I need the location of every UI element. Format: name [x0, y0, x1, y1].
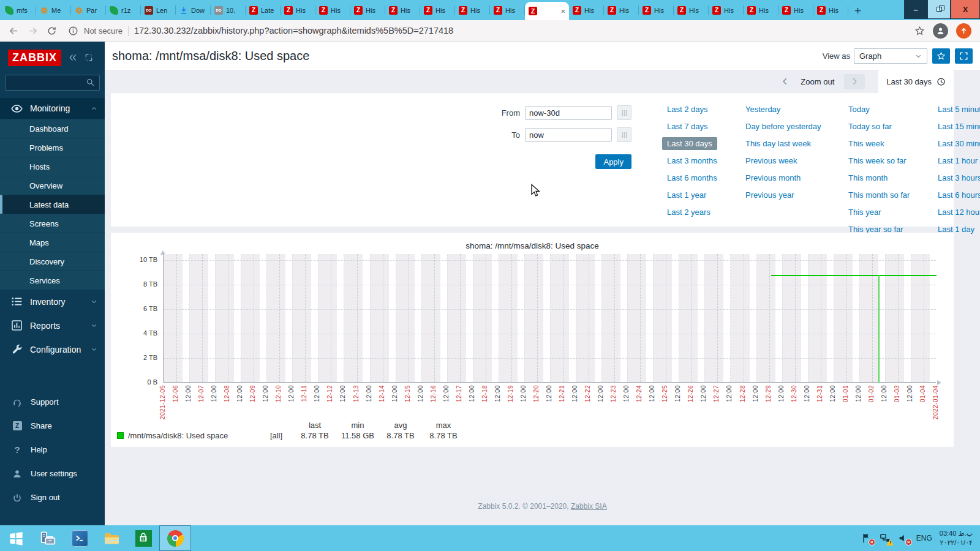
quick-range-last-12-hours[interactable]: Last 12 hours — [938, 208, 980, 217]
browser-tab[interactable]: ZHis — [744, 0, 778, 20]
taskbar-powershell-icon[interactable] — [64, 525, 96, 551]
window-restore-button[interactable] — [927, 0, 951, 19]
browser-tab[interactable]: ZHis — [350, 0, 385, 20]
time-back-icon[interactable] — [781, 77, 790, 86]
sidebar-section-inventory[interactable]: Inventory — [0, 290, 105, 313]
sidebar-item-help[interactable]: ?Help — [0, 438, 105, 462]
quick-range-this-day-last-week[interactable]: This day last week — [745, 139, 811, 148]
quick-range-last-7-days[interactable]: Last 7 days — [667, 122, 708, 131]
browser-tab[interactable]: ZHis — [709, 0, 744, 20]
browser-tab[interactable]: ZLate — [246, 0, 281, 20]
quick-range-this-week-so-far[interactable]: This week so far — [848, 156, 907, 165]
quick-range-last-6-months[interactable]: Last 6 months — [667, 173, 717, 182]
view-as-select[interactable]: Graph — [854, 48, 927, 64]
browser-tab[interactable]: r1z — [106, 0, 141, 20]
quick-range-last-5-minutes[interactable]: Last 5 minutes — [938, 105, 980, 114]
sidebar-item-maps[interactable]: Maps — [0, 233, 105, 252]
quick-range-yesterday[interactable]: Yesterday — [745, 105, 780, 114]
quick-range-today-so-far[interactable]: Today so far — [848, 122, 892, 131]
zoom-out-button[interactable]: Zoom out — [801, 77, 834, 86]
window-close-button[interactable]: X — [951, 0, 980, 19]
volume-muted-icon[interactable]: × — [898, 533, 909, 544]
sidebar-item-sign-out[interactable]: Sign out — [0, 485, 105, 509]
sidebar-item-overview[interactable]: Overview — [0, 176, 105, 195]
sidebar-item-latest-data[interactable]: Latest data — [0, 195, 105, 214]
browser-tab[interactable]: ZHis — [315, 0, 350, 20]
kiosk-mode-button[interactable] — [955, 48, 973, 64]
sidebar-item-dashboard[interactable]: Dashboard — [0, 119, 105, 138]
tab-close-icon[interactable]: × — [559, 7, 565, 16]
browser-tab[interactable]: Dow — [176, 0, 211, 20]
quick-range-last-1-year[interactable]: Last 1 year — [667, 190, 706, 200]
quick-range-last-6-hours[interactable]: Last 6 hours — [938, 190, 980, 200]
quick-range-previous-year[interactable]: Previous year — [745, 190, 794, 200]
quick-range-today[interactable]: Today — [848, 105, 870, 114]
time-forward-icon[interactable] — [844, 74, 865, 89]
language-indicator[interactable]: ENG — [916, 534, 932, 542]
back-button[interactable] — [9, 26, 19, 36]
browser-tab[interactable]: ZHis — [813, 0, 848, 20]
sidebar-item-share[interactable]: ZShare — [0, 414, 105, 438]
taskbar-file-explorer-icon[interactable] — [96, 525, 127, 551]
quick-range-previous-month[interactable]: Previous month — [745, 173, 801, 182]
browser-tab[interactable]: ZHis — [281, 0, 315, 20]
search-icon[interactable] — [86, 78, 95, 89]
sidebar-item-user-settings[interactable]: User settings — [0, 462, 105, 485]
sidebar-section-monitoring[interactable]: Monitoring — [0, 98, 105, 119]
quick-range-this-week[interactable]: This week — [848, 139, 884, 148]
forward-button[interactable] — [28, 26, 38, 36]
browser-tab[interactable]: ZHis — [455, 0, 490, 20]
browser-tab[interactable]: mfs — [1, 0, 36, 20]
zabbix-logo[interactable]: ZABBIX — [8, 50, 61, 66]
browser-tab[interactable]: ZHis — [639, 0, 674, 20]
bookmark-star-icon[interactable] — [914, 26, 925, 36]
quick-range-previous-week[interactable]: Previous week — [745, 156, 797, 165]
url-box[interactable]: Not secure 172.30.30.232/zabbix/history.… — [66, 26, 906, 36]
sidebar-section-configuration[interactable]: Configuration — [0, 337, 105, 361]
browser-tab[interactable]: ZHis — [490, 0, 525, 20]
browser-tab[interactable]: ZHis — [569, 0, 604, 20]
quick-range-last-30-days[interactable]: Last 30 days — [662, 137, 717, 150]
quick-range-day-before-yesterday[interactable]: Day before yesterday — [745, 122, 821, 131]
action-center-icon[interactable]: × — [861, 533, 872, 544]
quick-range-this-month-so-far[interactable]: This month so far — [848, 190, 910, 200]
browser-tab[interactable]: ZHis — [385, 0, 420, 20]
collapse-sidebar-icon[interactable] — [69, 53, 77, 62]
info-icon[interactable] — [68, 26, 78, 36]
quick-range-last-3-hours[interactable]: Last 3 hours — [938, 173, 980, 182]
network-warning-icon[interactable]: ! — [880, 533, 891, 544]
quick-range-this-year[interactable]: This year — [848, 208, 881, 217]
quick-range-last-15-minutes[interactable]: Last 15 minutes — [938, 122, 980, 131]
to-calendar-button[interactable] — [617, 127, 631, 142]
browser-update-icon[interactable] — [956, 23, 971, 39]
zabbix-sia-link[interactable]: Zabbix SIA — [571, 502, 607, 511]
taskbar-chrome-icon[interactable] — [159, 525, 191, 551]
new-tab-button[interactable]: + — [848, 0, 861, 20]
hide-sidebar-icon[interactable] — [85, 53, 93, 62]
sidebar-item-screens[interactable]: Screens — [0, 214, 105, 233]
quick-range-this-month[interactable]: This month — [848, 173, 888, 182]
taskbar-start-button[interactable] — [0, 525, 32, 551]
favorite-button[interactable] — [932, 48, 950, 64]
to-input[interactable] — [525, 128, 612, 142]
quick-range-last-2-years[interactable]: Last 2 years — [667, 208, 710, 217]
browser-tab[interactable]: Me — [36, 0, 71, 20]
browser-tab[interactable]: ZHis — [778, 0, 813, 20]
sidebar-item-discovery[interactable]: Discovery — [0, 252, 105, 271]
browser-tab[interactable]: Par — [71, 0, 106, 20]
window-minimize-button[interactable]: – — [904, 0, 927, 19]
browser-tab-active[interactable]: Z× — [525, 2, 569, 20]
sidebar-item-support[interactable]: Support — [0, 390, 105, 414]
browser-tab[interactable]: ZHis — [674, 0, 709, 20]
sidebar-item-problems[interactable]: Problems — [0, 138, 105, 157]
quick-range-last-1-hour[interactable]: Last 1 hour — [938, 156, 978, 165]
browser-tab[interactable]: ZHis — [604, 0, 639, 20]
browser-tab[interactable]: DOLen — [141, 0, 176, 20]
sidebar-section-reports[interactable]: Reports — [0, 313, 105, 337]
graph-plot-area[interactable] — [163, 254, 936, 383]
url-text[interactable]: 172.30.30.232/zabbix/history.php?action=… — [134, 26, 453, 36]
taskbar-clock[interactable]: 03:40 ب.ظ ۲۰۲۲/۰۱/۰۴ — [940, 529, 973, 547]
taskbar-store-icon[interactable] — [127, 525, 159, 551]
sidebar-item-services[interactable]: Services — [0, 271, 105, 290]
quick-range-last-3-months[interactable]: Last 3 months — [667, 156, 717, 165]
